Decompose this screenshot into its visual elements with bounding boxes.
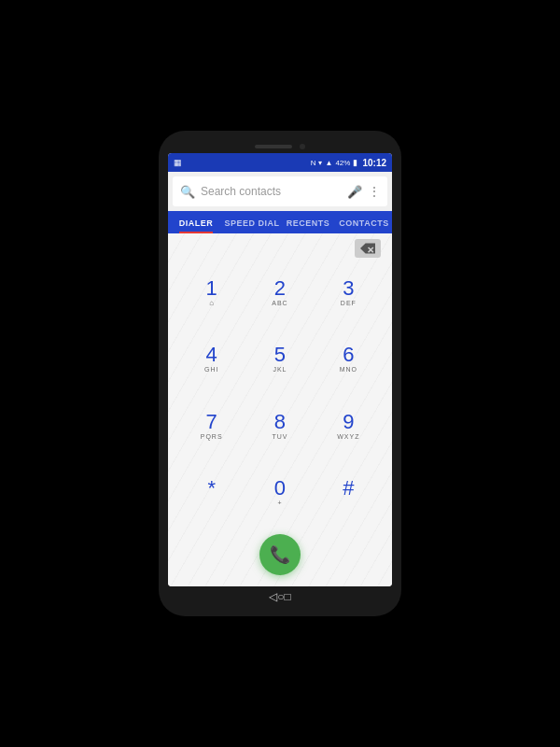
search-bar[interactable]: 🔍 Search contacts 🎤 ⋮ bbox=[173, 176, 387, 206]
key-1-number: 1 bbox=[206, 278, 217, 299]
battery-text: 42% bbox=[335, 159, 350, 167]
phone-screen: ▦ N ▾ ▲ 42% ▮ 10:12 🔍 Search contacts 🎤 … bbox=[168, 153, 392, 586]
key-5[interactable]: 5JKL bbox=[245, 327, 314, 394]
key-*[interactable]: * bbox=[177, 460, 245, 528]
more-options-icon[interactable]: ⋮ bbox=[368, 184, 380, 199]
key-6-letters: MNO bbox=[340, 366, 357, 374]
key-2[interactable]: 2ABC bbox=[245, 260, 314, 327]
call-button[interactable]: 📞 bbox=[259, 534, 301, 575]
key-#-number: # bbox=[343, 478, 354, 499]
key-4[interactable]: 4GHI bbox=[177, 327, 245, 394]
key-4-number: 4 bbox=[206, 345, 217, 365]
backspace-button[interactable] bbox=[355, 239, 381, 258]
clock: 10:12 bbox=[362, 158, 386, 168]
key-3[interactable]: 3DEF bbox=[315, 260, 383, 327]
backspace-icon bbox=[360, 242, 375, 255]
wifi-icon: ▾ bbox=[318, 159, 322, 167]
key-6-number: 6 bbox=[343, 345, 354, 365]
key-4-letters: GHI bbox=[204, 366, 218, 374]
key-0-letters: + bbox=[277, 500, 282, 508]
key-6[interactable]: 6MNO bbox=[315, 327, 383, 394]
key-8-letters: TUV bbox=[272, 433, 287, 442]
key-7-number: 7 bbox=[206, 412, 217, 432]
signal-icon: ▲ bbox=[325, 159, 332, 167]
bottom-nav: ◁ ○ □ bbox=[269, 586, 291, 607]
phone-icon: 📞 bbox=[270, 544, 290, 565]
keypad: 1⌂2ABC3DEF4GHI5JKL6MNO7PQRS8TUV9WXYZ*0+# bbox=[168, 260, 392, 527]
calendar-icon: ▦ bbox=[174, 158, 182, 167]
search-icon: 🔍 bbox=[180, 185, 195, 199]
key-*-number: * bbox=[207, 478, 216, 499]
tab-bar: DIALER SPEED DIAL RECENTS CONTACTS bbox=[168, 211, 392, 233]
tab-dialer[interactable]: DIALER bbox=[168, 211, 224, 233]
battery-icon: ▮ bbox=[353, 158, 357, 167]
key-9[interactable]: 9WXYZ bbox=[315, 393, 383, 460]
key-5-number: 5 bbox=[274, 345, 286, 365]
key-9-letters: WXYZ bbox=[337, 433, 359, 442]
key-#[interactable]: # bbox=[315, 460, 383, 528]
key-3-number: 3 bbox=[343, 278, 354, 299]
mic-icon[interactable]: 🎤 bbox=[347, 185, 362, 199]
key-9-number: 9 bbox=[343, 412, 354, 432]
key-1[interactable]: 1⌂ bbox=[177, 260, 245, 327]
key-7[interactable]: 7PQRS bbox=[177, 393, 245, 460]
key-0[interactable]: 0+ bbox=[245, 460, 314, 528]
phone-top bbox=[255, 140, 305, 153]
speaker bbox=[255, 145, 292, 148]
phone-device: ▦ N ▾ ▲ 42% ▮ 10:12 🔍 Search contacts 🎤 … bbox=[159, 131, 401, 616]
key-8-number: 8 bbox=[274, 412, 286, 432]
key-2-letters: ABC bbox=[272, 300, 287, 308]
key-7-letters: PQRS bbox=[201, 433, 223, 442]
tab-contacts[interactable]: CONTACTS bbox=[336, 211, 392, 233]
recents-button[interactable]: □ bbox=[285, 590, 291, 603]
status-right: N ▾ ▲ 42% ▮ 10:12 bbox=[311, 158, 386, 168]
backspace-row bbox=[168, 233, 392, 260]
key-5-letters: JKL bbox=[273, 366, 287, 374]
dialer-area: 1⌂2ABC3DEF4GHI5JKL6MNO7PQRS8TUV9WXYZ*0+#… bbox=[168, 233, 392, 586]
tab-recents[interactable]: RECENTS bbox=[280, 211, 336, 233]
key-3-letters: DEF bbox=[341, 300, 357, 308]
search-placeholder: Search contacts bbox=[201, 185, 342, 198]
tab-speed-dial[interactable]: SPEED DIAL bbox=[224, 211, 280, 233]
key-8[interactable]: 8TUV bbox=[245, 393, 314, 460]
key-0-number: 0 bbox=[274, 478, 286, 499]
call-row: 📞 bbox=[168, 527, 392, 586]
home-button[interactable]: ○ bbox=[277, 590, 284, 603]
status-bar: ▦ N ▾ ▲ 42% ▮ 10:12 bbox=[168, 153, 392, 172]
status-left: ▦ bbox=[174, 158, 184, 167]
nfc-icon: N bbox=[311, 159, 316, 167]
camera bbox=[300, 144, 305, 149]
key-2-number: 2 bbox=[274, 278, 286, 299]
back-button[interactable]: ◁ bbox=[269, 590, 277, 603]
